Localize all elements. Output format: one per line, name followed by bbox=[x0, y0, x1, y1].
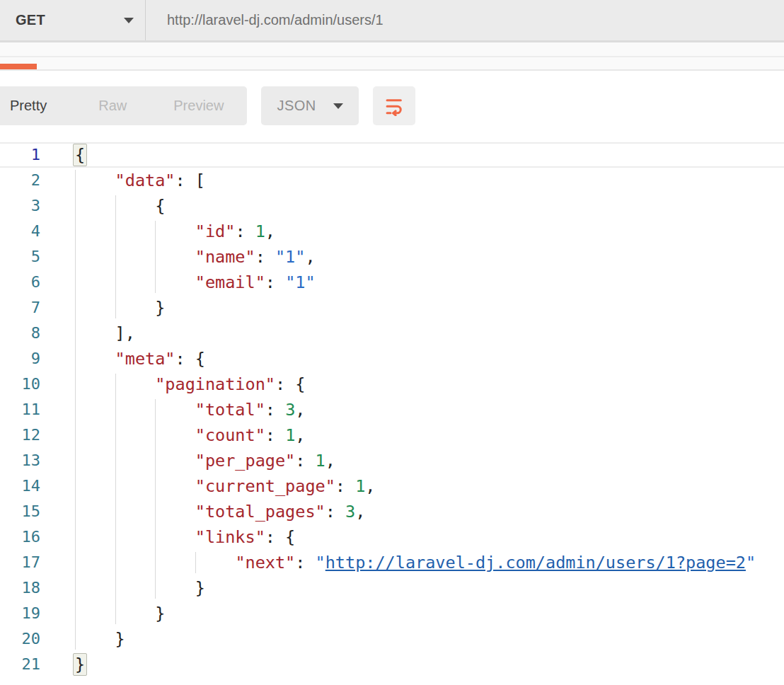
view-mode-tabs: Pretty Raw Preview bbox=[0, 86, 247, 125]
code-line: 8 ], bbox=[0, 321, 784, 346]
code-line: 20 } bbox=[0, 626, 784, 652]
code-token: : bbox=[265, 272, 285, 292]
code-token: } bbox=[155, 298, 165, 318]
code-token: "per_page" bbox=[195, 451, 295, 471]
code-token: "next" bbox=[235, 553, 295, 572]
code-token: : bbox=[265, 400, 285, 420]
indent-guide bbox=[75, 170, 76, 650]
code-token: , bbox=[295, 425, 305, 445]
code-token: } bbox=[115, 629, 125, 649]
code-line: 11 "total": 3, bbox=[0, 397, 784, 422]
code-token: "meta" bbox=[115, 349, 175, 369]
response-tabs-strip bbox=[0, 57, 784, 71]
line-number: 3 bbox=[0, 193, 40, 219]
code-token: "count" bbox=[195, 425, 265, 445]
line-number: 2 bbox=[0, 168, 40, 193]
code-text: "data": [ bbox=[40, 168, 205, 193]
code-line: 18 } bbox=[0, 575, 784, 601]
code-text: "per_page": 1, bbox=[40, 448, 335, 473]
code-text: } bbox=[40, 652, 85, 677]
code-token: } bbox=[155, 604, 165, 623]
indent-guide bbox=[155, 221, 156, 293]
code-line: 5 "name": "1", bbox=[0, 244, 784, 270]
code-line: 3 { bbox=[0, 193, 784, 219]
code-token: : bbox=[235, 221, 255, 241]
text-wrap-icon bbox=[384, 96, 404, 116]
method-label: GET bbox=[16, 12, 45, 28]
response-body-editor[interactable]: 1{2 "data": [3 {4 "id": 1,5 "name": "1",… bbox=[0, 142, 784, 677]
code-token: " bbox=[746, 553, 756, 572]
code-line: 4 "id": 1, bbox=[0, 219, 784, 244]
code-token: "total_pages" bbox=[195, 502, 325, 522]
code-lines: 1{2 "data": [3 {4 "id": 1,5 "name": "1",… bbox=[0, 142, 784, 677]
code-token: , bbox=[365, 476, 375, 496]
line-number: 14 bbox=[0, 473, 40, 499]
section-strip bbox=[0, 42, 784, 57]
line-number: 16 bbox=[0, 524, 40, 550]
line-number: 17 bbox=[0, 550, 40, 575]
line-number: 9 bbox=[0, 346, 40, 372]
line-number: 20 bbox=[0, 626, 40, 652]
code-token: : bbox=[265, 425, 285, 445]
code-line: 6 "email": "1" bbox=[0, 270, 784, 295]
line-number: 11 bbox=[0, 397, 40, 422]
code-line: 17 "next": "http://laravel-dj.com/admin/… bbox=[0, 550, 784, 575]
code-token: " bbox=[316, 553, 325, 572]
code-token: : bbox=[255, 247, 275, 267]
code-token: "1" bbox=[275, 247, 305, 267]
code-text: "email": "1" bbox=[40, 270, 316, 295]
code-line: 16 "links": { bbox=[0, 524, 784, 550]
code-token: 1 bbox=[355, 476, 365, 496]
code-token: , bbox=[355, 502, 365, 522]
language-select[interactable]: JSON bbox=[261, 86, 358, 125]
line-number: 8 bbox=[0, 321, 40, 346]
line-number: 18 bbox=[0, 575, 40, 601]
response-toolbar: Pretty Raw Preview JSON bbox=[0, 86, 784, 125]
code-token: : { bbox=[265, 527, 295, 547]
code-text: { bbox=[40, 193, 165, 219]
response-url-link[interactable]: http://laravel-dj.com/admin/users/1?page… bbox=[325, 553, 746, 572]
code-token: 1 bbox=[255, 221, 265, 241]
code-token: ], bbox=[115, 323, 135, 343]
line-number: 5 bbox=[0, 244, 40, 270]
code-token: "id" bbox=[195, 221, 236, 241]
code-text: } bbox=[40, 295, 165, 321]
line-number: 21 bbox=[0, 652, 40, 677]
indent-guide bbox=[115, 195, 116, 318]
active-tab-indicator bbox=[0, 64, 37, 69]
code-token: 1 bbox=[316, 451, 325, 471]
line-number: 1 bbox=[0, 142, 40, 168]
code-text: { bbox=[40, 142, 85, 168]
code-token: "links" bbox=[195, 527, 265, 547]
code-text: "meta": { bbox=[40, 346, 205, 372]
code-token: } bbox=[195, 578, 205, 598]
code-text: ], bbox=[40, 321, 135, 346]
code-token: , bbox=[325, 451, 335, 471]
method-dropdown[interactable]: GET bbox=[0, 0, 145, 40]
code-line: 10 "pagination": { bbox=[0, 372, 784, 397]
code-line: 9 "meta": { bbox=[0, 346, 784, 372]
url-field[interactable]: http://laravel-dj.com/admin/users/1 bbox=[146, 0, 784, 40]
code-token: "name" bbox=[195, 247, 255, 267]
tab-preview[interactable]: Preview bbox=[150, 86, 247, 125]
code-text: "count": 1, bbox=[40, 422, 305, 448]
line-number: 10 bbox=[0, 372, 40, 397]
matching-bracket: } bbox=[73, 653, 87, 676]
line-number: 7 bbox=[0, 295, 40, 321]
chevron-down-icon bbox=[124, 18, 134, 23]
code-token: : { bbox=[275, 374, 305, 394]
code-token: 1 bbox=[285, 425, 295, 445]
language-select-value: JSON bbox=[277, 98, 316, 114]
code-token: , bbox=[295, 400, 305, 420]
wrap-text-button[interactable] bbox=[373, 86, 415, 125]
code-token: : bbox=[325, 502, 345, 522]
code-line: 2 "data": [ bbox=[0, 168, 784, 193]
code-token: "total" bbox=[195, 400, 265, 420]
code-token: : bbox=[295, 451, 315, 471]
tab-pretty[interactable]: Pretty bbox=[0, 86, 75, 125]
chevron-down-icon bbox=[333, 103, 343, 109]
indent-guide bbox=[115, 374, 116, 624]
line-number: 13 bbox=[0, 448, 40, 473]
tab-raw[interactable]: Raw bbox=[75, 86, 150, 125]
code-text: "next": "http://laravel-dj.com/admin/use… bbox=[40, 550, 756, 575]
